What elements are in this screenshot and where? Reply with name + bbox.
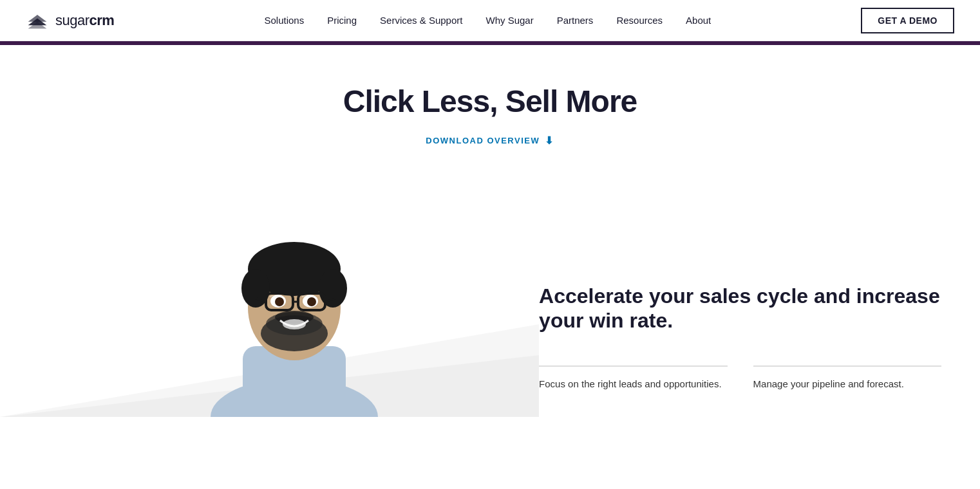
feature-text-1: Manage your pipeline and forecast.	[753, 377, 941, 392]
nav-item-about[interactable]: About	[686, 15, 711, 26]
nav-menu: Solutions Pricing Services & Support Why…	[264, 15, 711, 26]
download-label: DOWNLOAD OVERVIEW	[426, 136, 540, 145]
navbar: sugarcrm Solutions Pricing Services & Su…	[0, 0, 980, 41]
nav-item-why-sugar[interactable]: Why Sugar	[485, 15, 533, 26]
hero-section: Click Less, Sell More DOWNLOAD OVERVIEW …	[0, 45, 980, 417]
nav-item-partners[interactable]: Partners	[557, 15, 594, 26]
svg-point-8	[319, 269, 347, 308]
features-row: Focus on the right leads and opportuniti…	[539, 365, 941, 392]
get-demo-button[interactable]: GET A DEMO	[861, 8, 954, 33]
nav-item-pricing[interactable]: Pricing	[327, 15, 357, 26]
person-svg	[178, 185, 410, 417]
feature-item-0: Focus on the right leads and opportuniti…	[539, 365, 727, 392]
nav-item-solutions[interactable]: Solutions	[264, 15, 304, 26]
logo-icon	[26, 9, 49, 32]
download-icon: ⬇	[545, 134, 554, 147]
hero-bottom: Accelerate your sales cycle and increase…	[0, 172, 980, 417]
feature-text-0: Focus on the right leads and opportuniti…	[539, 377, 727, 392]
brand-name: sugarcrm	[55, 12, 114, 29]
download-overview-link[interactable]: DOWNLOAD OVERVIEW ⬇	[426, 134, 554, 147]
hero-right-content: Accelerate your sales cycle and increase…	[539, 172, 980, 417]
feature-item-1: Manage your pipeline and forecast.	[753, 365, 941, 392]
nav-item-resources[interactable]: Resources	[616, 15, 663, 26]
svg-point-16	[307, 297, 316, 306]
hero-title: Click Less, Sell More	[343, 84, 637, 119]
nav-item-services-support[interactable]: Services & Support	[380, 15, 462, 26]
svg-point-15	[275, 297, 284, 306]
svg-point-12	[283, 319, 306, 329]
hero-image-area	[0, 172, 539, 417]
hero-person-image	[172, 179, 417, 417]
right-section-heading: Accelerate your sales cycle and increase…	[539, 284, 941, 333]
logo-link[interactable]: sugarcrm	[26, 9, 114, 32]
